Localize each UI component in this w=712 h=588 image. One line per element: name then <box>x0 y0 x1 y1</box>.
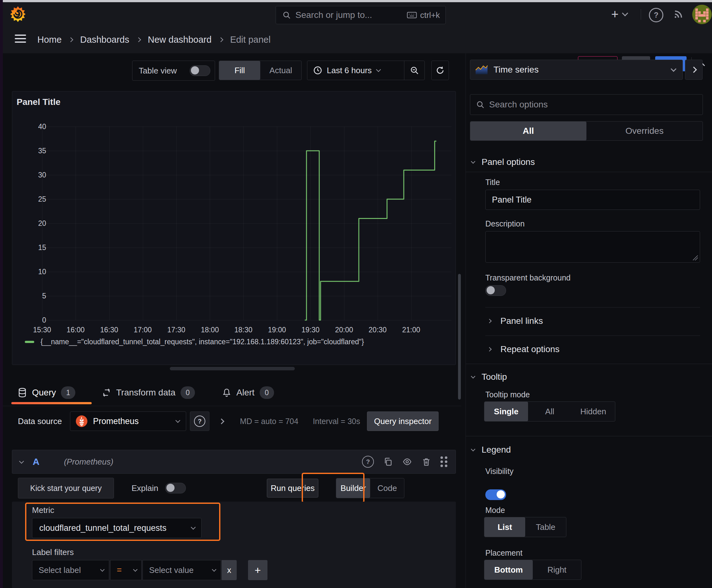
datasource-picker[interactable]: Prometheus <box>70 412 186 431</box>
label-filters-row: Select label = Select value x + <box>32 560 267 580</box>
window-top-strip <box>0 0 712 2</box>
tooltip-single-option[interactable]: Single <box>484 402 528 421</box>
visibility-toggle[interactable] <box>486 489 506 500</box>
run-queries-highlight <box>302 473 365 503</box>
panel-options-header[interactable]: Panel options <box>472 156 535 168</box>
tab-overrides[interactable]: Overrides <box>586 122 703 141</box>
delete-query-icon[interactable] <box>422 457 431 466</box>
global-search-placeholder: Search or jump to... <box>296 10 372 20</box>
help-icon[interactable]: ? <box>649 8 663 22</box>
explain-label: Explain <box>132 483 158 493</box>
breadcrumb-dashboards[interactable]: Dashboards <box>80 35 129 45</box>
tab-transform-label: Transform data <box>116 387 175 398</box>
x-axis-label: 17:30 <box>167 326 186 334</box>
avatar[interactable] <box>692 5 712 24</box>
time-range-picker[interactable]: Last 6 hours <box>307 61 425 80</box>
mode-list-option[interactable]: List <box>484 517 525 537</box>
datasource-label: Data source <box>18 417 62 426</box>
select-value-dropdown[interactable]: Select value <box>143 560 221 580</box>
options-sidebar: Time series Search options All Overrides… <box>466 54 712 588</box>
select-value-placeholder: Select value <box>149 565 194 575</box>
panel-links-header[interactable]: Panel links <box>488 314 543 328</box>
tab-alert-label: Alert <box>236 387 255 398</box>
repeat-options-header[interactable]: Repeat options <box>488 342 559 356</box>
placement-right-option[interactable]: Right <box>533 560 581 580</box>
collapse-query-icon[interactable] <box>19 459 24 464</box>
breadcrumb-new-dashboard[interactable]: New dashboard <box>148 35 212 45</box>
global-search-box[interactable]: Search or jump to... ctrl+k <box>276 6 446 24</box>
query-help-icon[interactable]: ? <box>362 456 374 468</box>
transparent-bg-label: Transparent background <box>486 273 570 282</box>
code-option[interactable]: Code <box>370 478 404 498</box>
panel-links-title: Panel links <box>500 316 543 326</box>
actual-option[interactable]: Actual <box>260 61 301 80</box>
duplicate-query-icon[interactable] <box>383 457 393 466</box>
add-filter-button[interactable]: + <box>248 560 267 580</box>
description-textarea[interactable] <box>486 231 700 262</box>
x-axis-label: 19:30 <box>301 326 320 334</box>
fill-actual-switch: Fill Actual <box>219 61 302 80</box>
h-gridline <box>42 320 451 320</box>
prometheus-icon <box>75 415 88 427</box>
remove-filter-button[interactable]: x <box>222 560 237 580</box>
title-input[interactable]: Panel Title <box>486 190 700 210</box>
tab-transform[interactable]: Transform data 0 <box>102 384 195 401</box>
plus-icon: + <box>611 8 619 20</box>
resize-handle-icon[interactable] <box>693 255 698 260</box>
h-gridline <box>42 248 451 248</box>
legend-series-label[interactable]: {__name__="cloudflared_tunnel_total_requ… <box>41 338 364 346</box>
refresh-button[interactable] <box>431 61 449 80</box>
drag-grip-icon[interactable] <box>440 456 443 459</box>
clock-icon <box>313 66 322 75</box>
chevron-right-icon <box>218 37 223 42</box>
tooltip-title: Tooltip <box>481 372 507 382</box>
new-button[interactable]: + <box>611 8 627 20</box>
viz-picker-expand-button[interactable] <box>685 60 703 80</box>
transparent-bg-toggle[interactable] <box>486 285 506 296</box>
x-axis-label: 16:00 <box>67 326 85 334</box>
tooltip-all-option[interactable]: All <box>528 402 572 421</box>
menu-toggle[interactable] <box>15 35 26 43</box>
grafana-logo[interactable] <box>10 5 26 23</box>
description-label: Description <box>486 219 524 228</box>
tab-query-label: Query <box>32 387 56 398</box>
datasource-help-button[interactable]: ? <box>190 412 209 431</box>
panel-title[interactable]: Panel Title <box>17 97 61 107</box>
options-search-box[interactable]: Search options <box>470 94 703 115</box>
tooltip-hidden-option[interactable]: Hidden <box>571 402 615 421</box>
operator-dropdown[interactable]: = <box>110 560 142 580</box>
fill-option[interactable]: Fill <box>219 61 260 80</box>
toggle-visibility-icon[interactable] <box>402 457 412 466</box>
kick-start-button[interactable]: Kick start your query <box>18 478 114 499</box>
expand-options-icon[interactable] <box>218 418 224 424</box>
query-inspector-button[interactable]: Query inspector <box>367 412 438 431</box>
search-shortcut: ctrl+k <box>420 10 440 20</box>
breadcrumb-home[interactable]: Home <box>37 35 62 45</box>
legend-title: Legend <box>481 445 511 455</box>
query-ref-row[interactable]: A (Prometheus) ? <box>12 450 456 474</box>
x-axis-label: 20:30 <box>369 326 387 334</box>
chevron-down-icon <box>133 567 137 571</box>
placement-bottom-option[interactable]: Bottom <box>484 560 533 580</box>
mode-table-option[interactable]: Table <box>525 517 566 537</box>
tab-all[interactable]: All <box>470 122 586 141</box>
chevron-down-icon <box>471 447 475 451</box>
select-label-dropdown[interactable]: Select label <box>32 560 109 580</box>
time-series-viz-icon <box>475 65 488 75</box>
table-view-toggle[interactable] <box>190 65 210 76</box>
tab-query[interactable]: Query 1 <box>18 384 75 401</box>
v-gridline <box>42 127 42 320</box>
tooltip-header[interactable]: Tooltip <box>472 370 507 384</box>
table-view-toggle-group: Table view <box>132 61 215 81</box>
active-tab-underline <box>11 402 92 404</box>
legend-header[interactable]: Legend <box>472 443 511 457</box>
viz-picker[interactable]: Time series <box>470 60 683 80</box>
resize-drag-handle[interactable] <box>170 367 295 370</box>
plot-area[interactable] <box>42 127 451 320</box>
news-rss-icon[interactable] <box>672 7 685 20</box>
legend[interactable]: {__name__="cloudflared_tunnel_total_requ… <box>25 336 364 347</box>
query-toolbar-row: Kick start your query Explain Run querie… <box>12 478 456 499</box>
explain-toggle[interactable] <box>165 483 186 493</box>
zoom-out-icon[interactable] <box>404 66 425 75</box>
tab-alert[interactable]: Alert 0 <box>222 384 274 401</box>
